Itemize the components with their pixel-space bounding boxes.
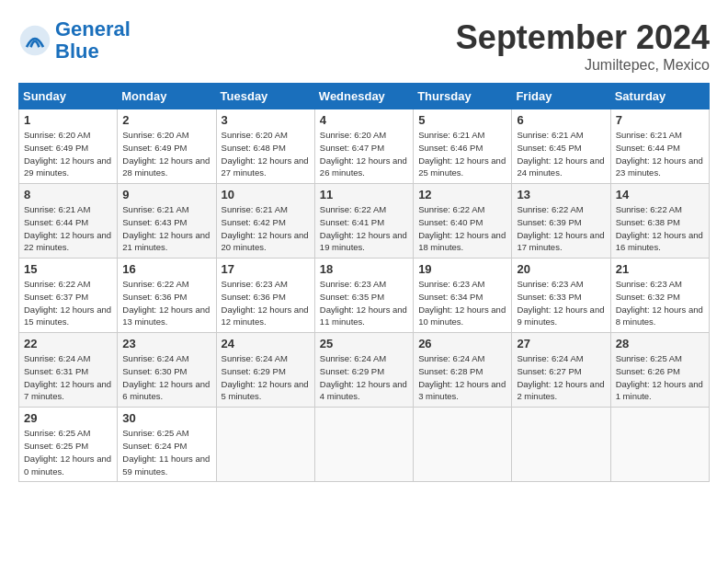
calendar-header-row: Sunday Monday Tuesday Wednesday Thursday… <box>19 84 710 109</box>
table-row: 15 Sunrise: 6:22 AM Sunset: 6:37 PM Dayl… <box>19 259 118 333</box>
table-row: 28 Sunrise: 6:25 AM Sunset: 6:26 PM Dayl… <box>610 333 709 408</box>
table-row <box>512 408 610 482</box>
logo-blue: Blue <box>55 40 99 63</box>
title-block: September 2024 Jumiltepec, Mexico <box>456 18 710 74</box>
col-thursday: Thursday <box>414 84 512 109</box>
calendar-week-row: 8 Sunrise: 6:21 AM Sunset: 6:44 PM Dayli… <box>19 184 710 259</box>
col-tuesday: Tuesday <box>216 84 314 109</box>
calendar-week-row: 1 Sunrise: 6:20 AM Sunset: 6:49 PM Dayli… <box>19 109 710 184</box>
calendar-week-row: 22 Sunrise: 6:24 AM Sunset: 6:31 PM Dayl… <box>19 333 710 408</box>
col-wednesday: Wednesday <box>314 84 413 109</box>
col-saturday: Saturday <box>610 84 709 109</box>
table-row: 6 Sunrise: 6:21 AM Sunset: 6:45 PM Dayli… <box>512 109 610 184</box>
table-row <box>610 408 709 482</box>
table-row <box>314 408 413 482</box>
table-row: 23 Sunrise: 6:24 AM Sunset: 6:30 PM Dayl… <box>118 333 216 408</box>
table-row: 7 Sunrise: 6:21 AM Sunset: 6:44 PM Dayli… <box>610 109 709 184</box>
table-row: 4 Sunrise: 6:20 AM Sunset: 6:47 PM Dayli… <box>314 109 413 184</box>
table-row: 5 Sunrise: 6:21 AM Sunset: 6:46 PM Dayli… <box>414 109 512 184</box>
location: Jumiltepec, Mexico <box>456 57 710 74</box>
table-row: 19 Sunrise: 6:23 AM Sunset: 6:34 PM Dayl… <box>414 259 512 333</box>
table-row: 13 Sunrise: 6:22 AM Sunset: 6:39 PM Dayl… <box>512 184 610 259</box>
table-row: 25 Sunrise: 6:24 AM Sunset: 6:29 PM Dayl… <box>314 333 413 408</box>
table-row: 20 Sunrise: 6:23 AM Sunset: 6:33 PM Dayl… <box>512 259 610 333</box>
logo-general: General <box>55 17 131 40</box>
table-row: 14 Sunrise: 6:22 AM Sunset: 6:38 PM Dayl… <box>610 184 709 259</box>
table-row: 17 Sunrise: 6:23 AM Sunset: 6:36 PM Dayl… <box>216 259 314 333</box>
table-row: 16 Sunrise: 6:22 AM Sunset: 6:36 PM Dayl… <box>118 259 216 333</box>
table-row: 9 Sunrise: 6:21 AM Sunset: 6:43 PM Dayli… <box>118 184 216 259</box>
month-title: September 2024 <box>456 18 710 57</box>
calendar-week-row: 15 Sunrise: 6:22 AM Sunset: 6:37 PM Dayl… <box>19 259 710 333</box>
table-row: 8 Sunrise: 6:21 AM Sunset: 6:44 PM Dayli… <box>19 184 118 259</box>
col-sunday: Sunday <box>19 84 118 109</box>
table-row: 11 Sunrise: 6:22 AM Sunset: 6:41 PM Dayl… <box>314 184 413 259</box>
table-row: 10 Sunrise: 6:21 AM Sunset: 6:42 PM Dayl… <box>216 184 314 259</box>
table-row: 2 Sunrise: 6:20 AM Sunset: 6:49 PM Dayli… <box>118 109 216 184</box>
table-row: 26 Sunrise: 6:24 AM Sunset: 6:28 PM Dayl… <box>414 333 512 408</box>
table-row: 22 Sunrise: 6:24 AM Sunset: 6:31 PM Dayl… <box>19 333 118 408</box>
table-row: 1 Sunrise: 6:20 AM Sunset: 6:49 PM Dayli… <box>19 109 118 184</box>
table-row: 24 Sunrise: 6:24 AM Sunset: 6:29 PM Dayl… <box>216 333 314 408</box>
table-row: 21 Sunrise: 6:23 AM Sunset: 6:32 PM Dayl… <box>610 259 709 333</box>
logo: General Blue <box>18 18 131 63</box>
table-row <box>216 408 314 482</box>
logo-icon <box>18 24 51 57</box>
page-header: General Blue September 2024 Jumiltepec, … <box>18 18 710 74</box>
calendar-week-row: 29 Sunrise: 6:25 AM Sunset: 6:25 PM Dayl… <box>19 408 710 482</box>
col-monday: Monday <box>118 84 216 109</box>
table-row <box>414 408 512 482</box>
col-friday: Friday <box>512 84 610 109</box>
table-row: 12 Sunrise: 6:22 AM Sunset: 6:40 PM Dayl… <box>414 184 512 259</box>
table-row: 27 Sunrise: 6:24 AM Sunset: 6:27 PM Dayl… <box>512 333 610 408</box>
calendar-table: Sunday Monday Tuesday Wednesday Thursday… <box>18 83 710 482</box>
table-row: 29 Sunrise: 6:25 AM Sunset: 6:25 PM Dayl… <box>19 408 118 482</box>
table-row: 30 Sunrise: 6:25 AM Sunset: 6:24 PM Dayl… <box>118 408 216 482</box>
table-row: 18 Sunrise: 6:23 AM Sunset: 6:35 PM Dayl… <box>314 259 413 333</box>
table-row: 3 Sunrise: 6:20 AM Sunset: 6:48 PM Dayli… <box>216 109 314 184</box>
